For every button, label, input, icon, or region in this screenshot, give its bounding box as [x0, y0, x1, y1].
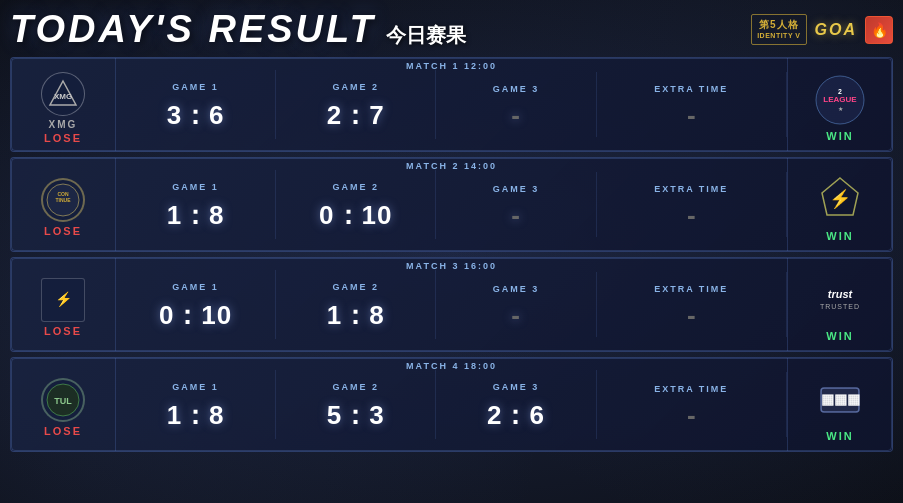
game-label-3-3: GAME 3	[493, 284, 540, 294]
game-label-1-3: GAME 3	[493, 84, 540, 94]
logos-area: 第5人格 IDENTITY V GOA 🔥	[751, 14, 893, 44]
games-area-1: GAME 1 3：6 GAME 2 2：7 GAME 3 - EXTRA TIM…	[116, 58, 787, 151]
team-left-4: TUL LOSE	[11, 358, 116, 451]
game-label-3-2: GAME 2	[333, 282, 380, 292]
team-right-logo-3: trust TRUSTED	[813, 273, 867, 327]
extra-label-2: EXTRA TIME	[654, 184, 728, 194]
game-label-2-1: GAME 1	[172, 182, 219, 192]
svg-text:⚡: ⚡	[829, 188, 852, 210]
match-row-2: MATCH 2 14:00 CON TINUE LOSE GAME 1 1：8 …	[10, 157, 893, 252]
match-row-1: MATCH 1 12:00 XMG XMG LOSE GAME 1 3：6 GA…	[10, 57, 893, 152]
page-container: TODAY'S RESULT 今日赛果 第5人格 IDENTITY V GOA …	[0, 0, 903, 503]
team-right-logo-1: 2 LEAGUE ★	[813, 73, 867, 127]
goa-logo: GOA	[815, 21, 857, 39]
team-left-result-3: LOSE	[44, 325, 82, 337]
team-left-3: ⚡ LOSE	[11, 258, 116, 351]
extra-score-4: -	[687, 400, 696, 431]
svg-text:TINUE: TINUE	[56, 197, 72, 203]
game-score-2-1: 1：8	[167, 198, 225, 233]
matches-container: MATCH 1 12:00 XMG XMG LOSE GAME 1 3：6 GA…	[10, 57, 893, 452]
page-title: TODAY'S RESULT	[10, 8, 376, 51]
extra-cell-4: EXTRA TIME -	[597, 372, 787, 437]
game-score-3-1: 0：10	[159, 298, 232, 333]
team-right-4: ▦▦▦ WIN	[787, 358, 892, 451]
match-row-3: MATCH 3 16:00 ⚡ LOSE GAME 1 0：10 GAME 2 …	[10, 257, 893, 352]
team-right-1: 2 LEAGUE ★ WIN	[787, 58, 892, 151]
game-label-1-1: GAME 1	[172, 82, 219, 92]
identity-logo-en: IDENTITY V	[757, 31, 800, 40]
team-left-logo-3: ⚡	[41, 278, 85, 322]
extra-score-3: -	[687, 300, 696, 331]
team-right-3: trust TRUSTED WIN	[787, 258, 892, 351]
team-right-result-3: WIN	[826, 330, 853, 342]
team-right-result-2: WIN	[826, 230, 853, 242]
page-title-cn: 今日赛果	[386, 22, 466, 49]
extra-cell-1: EXTRA TIME -	[597, 72, 787, 137]
game-cell-1-1: GAME 1 3：6	[116, 70, 276, 139]
header: TODAY'S RESULT 今日赛果 第5人格 IDENTITY V GOA …	[10, 8, 893, 51]
match-row-4: MATCH 4 18:00 TUL LOSE GAME 1 1：8 GAME 2…	[10, 357, 893, 452]
svg-text:LEAGUE: LEAGUE	[823, 95, 857, 104]
game-score-4-1: 1：8	[167, 398, 225, 433]
match-label-3: MATCH 3 16:00	[406, 261, 497, 271]
svg-text:⚡: ⚡	[55, 291, 73, 308]
extra-cell-2: EXTRA TIME -	[597, 172, 787, 237]
team-left-result-1: LOSE	[44, 132, 82, 144]
game-cell-1-3: GAME 3 -	[436, 72, 596, 137]
team-left-result-4: LOSE	[44, 425, 82, 437]
team-right-logo-2: ⚡	[813, 173, 867, 227]
game-score-1-3: -	[511, 100, 521, 131]
game-label-4-1: GAME 1	[172, 382, 219, 392]
game-cell-3-3: GAME 3 -	[436, 272, 596, 337]
game-label-4-3: GAME 3	[493, 382, 540, 392]
game-score-4-2: 5：3	[327, 398, 385, 433]
extra-label-1: EXTRA TIME	[654, 84, 728, 94]
team-left-2: CON TINUE LOSE	[11, 158, 116, 251]
svg-text:XMG: XMG	[54, 92, 72, 101]
game-cell-4-1: GAME 1 1：8	[116, 370, 276, 439]
svg-text:trust: trust	[828, 288, 854, 300]
svg-text:★: ★	[838, 106, 843, 112]
svg-text:▦▦▦: ▦▦▦	[821, 391, 860, 407]
game-cell-3-2: GAME 2 1：8	[276, 270, 436, 339]
games-area-3: GAME 1 0：10 GAME 2 1：8 GAME 3 - EXTRA TI…	[116, 258, 787, 351]
match-label-1: MATCH 1 12:00	[406, 61, 497, 71]
game-score-2-3: -	[511, 200, 521, 231]
game-cell-4-3: GAME 3 2：6	[436, 370, 596, 439]
game-label-4-2: GAME 2	[333, 382, 380, 392]
team-left-logo-2: CON TINUE	[41, 178, 85, 222]
team-left-name-1: XMG	[49, 119, 78, 130]
game-score-4-3: 2：6	[487, 398, 545, 433]
game-cell-2-2: GAME 2 0：10	[276, 170, 436, 239]
game-score-3-3: -	[511, 300, 521, 331]
game-label-3-1: GAME 1	[172, 282, 219, 292]
identity-logo: 第5人格 IDENTITY V	[751, 14, 806, 44]
game-score-1-1: 3：6	[167, 98, 225, 133]
team-right-logo-4: ▦▦▦	[813, 373, 867, 427]
extra-cell-3: EXTRA TIME -	[597, 272, 787, 337]
extra-label-3: EXTRA TIME	[654, 284, 728, 294]
team-left-1: XMG XMG LOSE	[11, 58, 116, 151]
extra-label-4: EXTRA TIME	[654, 384, 728, 394]
game-label-1-2: GAME 2	[333, 82, 380, 92]
game-score-1-2: 2：7	[327, 98, 385, 133]
identity-logo-text: 第5人格	[757, 18, 800, 31]
extra-score-2: -	[687, 200, 696, 231]
game-cell-3-1: GAME 1 0：10	[116, 270, 276, 339]
team-right-result-4: WIN	[826, 430, 853, 442]
svg-text:TRUSTED: TRUSTED	[820, 303, 860, 310]
game-score-3-2: 1：8	[327, 298, 385, 333]
match-label-4: MATCH 4 18:00	[406, 361, 497, 371]
game-cell-4-2: GAME 2 5：3	[276, 370, 436, 439]
team-left-logo-4: TUL	[41, 378, 85, 422]
flame-badge: 🔥	[865, 16, 893, 44]
title-block: TODAY'S RESULT 今日赛果	[10, 8, 466, 51]
game-cell-2-1: GAME 1 1：8	[116, 170, 276, 239]
match-label-2: MATCH 2 14:00	[406, 161, 497, 171]
games-area-2: GAME 1 1：8 GAME 2 0：10 GAME 3 - EXTRA TI…	[116, 158, 787, 251]
svg-text:2: 2	[838, 88, 842, 95]
games-area-4: GAME 1 1：8 GAME 2 5：3 GAME 3 2：6 EXTRA T…	[116, 358, 787, 451]
extra-score-1: -	[687, 100, 696, 131]
team-left-logo-1: XMG	[41, 72, 85, 116]
team-right-result-1: WIN	[826, 130, 853, 142]
